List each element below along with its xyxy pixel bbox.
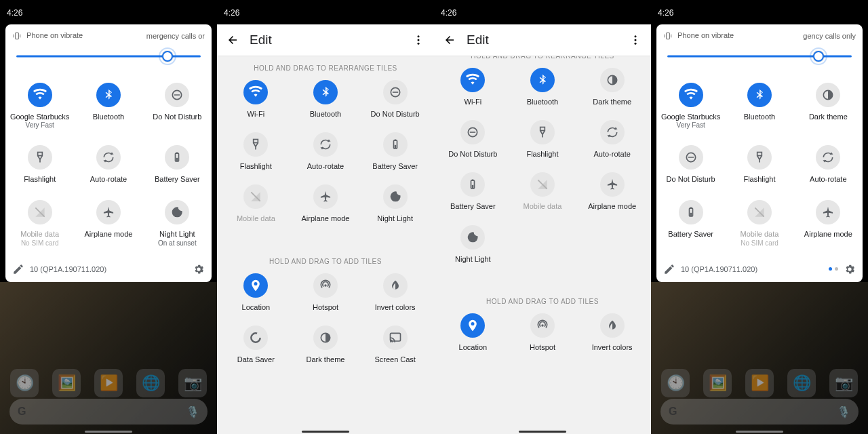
wifi-icon[interactable] — [460, 68, 485, 92]
slider-thumb[interactable] — [162, 51, 173, 62]
dnd-icon[interactable] — [679, 145, 703, 170]
dnd-icon[interactable] — [383, 80, 408, 104]
tile-airplane[interactable]: Airplane mode — [291, 178, 361, 230]
battery-icon[interactable] — [165, 145, 189, 170]
settings-icon[interactable] — [193, 263, 205, 275]
dark-icon[interactable] — [313, 326, 338, 350]
wifi-icon[interactable] — [28, 83, 52, 107]
tile-battery[interactable]: Battery Saver — [438, 165, 508, 218]
rotate-icon[interactable] — [600, 120, 625, 144]
nav-handle[interactable] — [736, 431, 783, 433]
edit-scroll[interactable]: HOLD AND DRAG TO REARRANGE TILES Wi-FiBl… — [434, 56, 651, 434]
nav-handle[interactable] — [302, 431, 349, 433]
flash-icon[interactable] — [243, 132, 268, 157]
tile-battery[interactable]: Battery Saver — [656, 192, 725, 254]
tile-wifi[interactable]: Wi-Fi — [221, 73, 291, 125]
mobile-icon[interactable] — [530, 172, 555, 197]
more-icon[interactable] — [629, 34, 642, 46]
dock-icon[interactable]: 🌐 — [136, 369, 165, 397]
tile-mobile[interactable]: Mobile dataNo SIM card — [5, 192, 74, 254]
brightness-slider[interactable] — [16, 50, 201, 62]
nav-handle[interactable] — [85, 431, 132, 433]
flash-icon[interactable] — [28, 145, 52, 170]
tile-night[interactable]: Night LightOn at sunset — [143, 192, 212, 254]
flash-icon[interactable] — [747, 145, 772, 170]
tile-hotspot[interactable]: Hotspot — [508, 307, 578, 359]
tile-flash[interactable]: Flashlight — [725, 137, 793, 192]
battery-icon[interactable] — [679, 200, 703, 224]
tile-flash[interactable]: Flashlight — [5, 137, 74, 192]
hotspot-icon[interactable] — [313, 273, 338, 298]
tile-night[interactable]: Night Light — [360, 178, 430, 230]
dock-icon[interactable]: 📷 — [178, 369, 207, 397]
dnd-icon[interactable] — [165, 83, 189, 107]
bt-icon[interactable] — [530, 68, 555, 92]
tile-flash[interactable]: Flashlight — [221, 125, 291, 178]
back-icon[interactable] — [443, 34, 456, 46]
tile-dnd[interactable]: Do Not Disturb — [143, 75, 212, 137]
tile-location[interactable]: Location — [221, 267, 291, 319]
tile-airplane[interactable]: Airplane mode — [577, 165, 647, 218]
dnd-icon[interactable] — [460, 120, 485, 144]
dark-icon[interactable] — [816, 83, 840, 107]
tile-bt[interactable]: Bluetooth — [508, 61, 578, 113]
edit-icon[interactable] — [663, 263, 675, 275]
tile-datasaver[interactable]: Data Saver — [221, 319, 291, 371]
tile-rotate[interactable]: Auto-rotate — [794, 137, 863, 192]
tile-wifi[interactable]: Wi-Fi — [438, 61, 508, 113]
tile-cast[interactable]: Screen Cast — [360, 319, 430, 371]
flash-icon[interactable] — [530, 120, 555, 144]
dock-icon[interactable]: 📷 — [829, 369, 858, 397]
back-icon[interactable] — [226, 34, 239, 46]
rotate-icon[interactable] — [313, 132, 338, 157]
tile-mobile[interactable]: Mobile data — [508, 165, 578, 218]
airplane-icon[interactable] — [600, 172, 625, 197]
brightness-slider[interactable] — [667, 50, 852, 62]
tile-wifi[interactable]: Google StarbucksVery Fast — [5, 75, 74, 137]
bt-icon[interactable] — [747, 83, 772, 107]
battery-icon[interactable] — [460, 172, 485, 197]
search-bar[interactable]: G 🎙️ — [9, 399, 208, 425]
mobile-icon[interactable] — [243, 184, 268, 209]
settings-icon[interactable] — [844, 263, 856, 275]
wifi-icon[interactable] — [243, 80, 268, 104]
tile-bt[interactable]: Bluetooth — [725, 75, 793, 137]
airplane-icon[interactable] — [96, 200, 121, 224]
tile-rotate[interactable]: Auto-rotate — [577, 113, 647, 165]
tile-battery[interactable]: Battery Saver — [143, 137, 212, 192]
tile-dark[interactable]: Dark theme — [577, 61, 647, 113]
night-icon[interactable] — [460, 225, 485, 250]
dock-icon[interactable]: 🖼️ — [703, 369, 732, 397]
tile-rotate[interactable]: Auto-rotate — [74, 137, 142, 192]
dock-icon[interactable]: 🌐 — [787, 369, 816, 397]
dark-icon[interactable] — [600, 68, 625, 92]
edit-icon[interactable] — [12, 263, 24, 275]
dock-icon[interactable]: 🕙 — [10, 369, 39, 397]
dock-icon[interactable]: ▶️ — [745, 369, 774, 397]
mobile-icon[interactable] — [28, 200, 52, 224]
tile-dnd[interactable]: Do Not Disturb — [360, 73, 430, 125]
nav-handle[interactable] — [519, 431, 566, 433]
more-icon[interactable] — [412, 34, 425, 46]
tile-invert[interactable]: Invert colors — [577, 307, 647, 359]
tile-battery[interactable]: Battery Saver — [360, 125, 430, 178]
slider-thumb[interactable] — [813, 51, 824, 62]
invert-icon[interactable] — [600, 313, 625, 338]
tile-flash[interactable]: Flashlight — [508, 113, 578, 165]
battery-icon[interactable] — [383, 132, 408, 157]
wifi-icon[interactable] — [679, 83, 703, 107]
tile-invert[interactable]: Invert colors — [360, 267, 430, 319]
dock-icon[interactable]: 🕙 — [661, 369, 690, 397]
invert-icon[interactable] — [383, 273, 408, 298]
tile-night[interactable]: Night Light — [438, 218, 508, 271]
tile-dnd[interactable]: Do Not Disturb — [656, 137, 725, 192]
night-icon[interactable] — [165, 200, 189, 224]
mobile-icon[interactable] — [747, 200, 772, 224]
location-icon[interactable] — [243, 273, 268, 298]
rotate-icon[interactable] — [96, 145, 121, 170]
bt-icon[interactable] — [313, 80, 338, 104]
location-icon[interactable] — [460, 313, 485, 338]
cast-icon[interactable] — [383, 326, 408, 350]
tile-location[interactable]: Location — [438, 307, 508, 359]
tile-dark[interactable]: Dark theme — [291, 319, 361, 371]
